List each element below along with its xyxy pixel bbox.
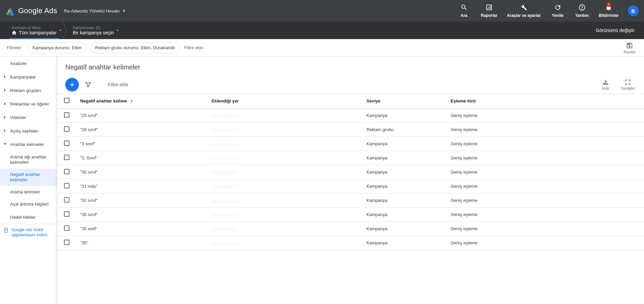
save-button[interactable]: Kaydet bbox=[622, 42, 637, 54]
table-row[interactable]: "3 sınıf"— — — — —KampanyaGeniş eşleme bbox=[57, 136, 644, 151]
row-checkbox[interactable] bbox=[64, 112, 69, 118]
search-icon bbox=[460, 4, 468, 11]
row-checkbox[interactable] bbox=[64, 141, 69, 146]
table-row[interactable]: "29 sınıf"— — — — —Reklam grubuGeniş eşl… bbox=[57, 122, 644, 136]
cell-match-type: Geniş eşleme bbox=[445, 179, 644, 193]
sidebar-subitem[interactable]: Arama ağı anahtar kelimeleri bbox=[0, 151, 57, 169]
select-all-checkbox[interactable] bbox=[64, 98, 69, 103]
cell-match-type: Geniş eşleme bbox=[445, 122, 644, 136]
brand[interactable]: Google Ads bbox=[5, 6, 57, 16]
sidebar-item-label: Reklamlar ve öğeler bbox=[10, 101, 49, 107]
cell-keyword: "29 sınıf" bbox=[75, 122, 206, 136]
sidebar-item[interactable]: Reklamlar ve öğeler bbox=[0, 97, 57, 111]
sidebar-item[interactable]: Kampanyalar bbox=[0, 70, 57, 84]
expand-icon bbox=[624, 79, 631, 86]
cell-added-to: — — — — — bbox=[206, 179, 361, 193]
table-row[interactable]: "32 sınıf"— — — — —KampanyaGeniş eşleme bbox=[57, 193, 644, 207]
sidebar-item-label: Arama ağı anahtar kelimeleri bbox=[10, 154, 54, 165]
help-button[interactable]: Yardım bbox=[575, 4, 589, 18]
sidebar-item[interactable]: Hedef kitleler bbox=[0, 210, 57, 224]
sort-asc-icon bbox=[129, 99, 134, 104]
sidebar-subitem[interactable]: Arama terimleri bbox=[0, 186, 57, 198]
filter-chip[interactable]: Reklam grubu durumu: Etkin, Duraklatıldı bbox=[90, 42, 180, 53]
search-button[interactable]: Ara bbox=[457, 4, 472, 18]
row-checkbox[interactable] bbox=[64, 183, 69, 188]
sidebar-item[interactable]: Videolar bbox=[0, 111, 57, 124]
row-checkbox[interactable] bbox=[64, 211, 69, 217]
col-header-level[interactable]: Seviye bbox=[361, 94, 445, 108]
wrench-icon bbox=[520, 4, 527, 11]
avatar[interactable]: B bbox=[628, 5, 639, 16]
cell-match-type: Geniş eşleme bbox=[445, 136, 644, 151]
notification-badge: ! bbox=[606, 2, 611, 7]
cell-added-to: — — — — — bbox=[206, 193, 361, 207]
table-row[interactable]: "30 sınıf"— — — — —KampanyaGeniş eşleme bbox=[57, 165, 644, 179]
sidebar-item-label: Negatif anahtar kelimeler bbox=[10, 172, 54, 183]
breadcrumb-view[interactable]: Görünüm (2 filtre) Tüm kampanyalar bbox=[7, 22, 61, 39]
cell-added-to: — — — — — bbox=[206, 151, 361, 165]
chevron-right-icon bbox=[3, 116, 7, 119]
cell-added-to: — — — — — bbox=[206, 122, 361, 136]
filter-bar: Filtreler Kampanya durumu: EtkinReklam g… bbox=[0, 39, 644, 57]
download-button[interactable]: İndir bbox=[598, 79, 614, 90]
filter-input-placeholder[interactable]: Filtre ekle bbox=[108, 82, 128, 87]
breadcrumb-bar: Görünüm (2 filtre) Tüm kampanyalar Kampa… bbox=[0, 22, 644, 39]
notifications-button[interactable]: ! Bildirimler bbox=[599, 4, 619, 18]
col-header-added-to[interactable]: Eklendiği yer bbox=[206, 94, 361, 108]
sidebar-item[interactable]: Anahtar kelimeler bbox=[0, 138, 57, 151]
account-name: Ra-Adwords Yönetici Hesabı bbox=[64, 8, 120, 13]
cell-level: Kampanya bbox=[361, 236, 445, 250]
cell-match-type: Geniş eşleme bbox=[445, 165, 644, 179]
sidebar-item[interactable]: Analizler bbox=[0, 57, 57, 70]
table-row[interactable]: "25 sınıf"— — — — —KampanyaGeniş eşleme bbox=[57, 108, 644, 122]
row-checkbox[interactable] bbox=[64, 155, 69, 160]
row-checkbox[interactable] bbox=[64, 126, 69, 132]
cell-added-to: — — — — — bbox=[206, 207, 361, 221]
sidebar-subitem[interactable]: Negatif anahtar kelimeler bbox=[0, 169, 57, 186]
table-row[interactable]: "31 nolu"— — — — —KampanyaGeniş eşleme bbox=[57, 179, 644, 193]
filter-chip[interactable]: Kampanya durumu: Etkin bbox=[27, 42, 87, 53]
reports-button[interactable]: Raporlar bbox=[481, 4, 497, 18]
sidebar-item[interactable]: Reklam grupları bbox=[0, 84, 57, 97]
expand-button[interactable]: Genişlet bbox=[620, 79, 636, 90]
add-keyword-button[interactable] bbox=[65, 78, 79, 91]
col-header-keyword[interactable]: Negatif anahtar kelime bbox=[75, 94, 206, 108]
cell-added-to: — — — — — bbox=[206, 165, 361, 179]
change-view-button[interactable]: Görünümü değiştir bbox=[593, 28, 637, 33]
row-checkbox[interactable] bbox=[64, 240, 69, 245]
row-checkbox[interactable] bbox=[64, 197, 69, 203]
table-row[interactable]: "35 sinif"— — — — —KampanyaGeniş eşleme bbox=[57, 221, 644, 236]
table-row[interactable]: "3. Sınıf"— — — — —KampanyaGeniş eşleme bbox=[57, 151, 644, 165]
breadcrumb-campaign[interactable]: Kampanyalar (2) Bir kampanya seçin bbox=[68, 22, 119, 39]
filter-funnel-button[interactable] bbox=[85, 81, 92, 88]
table-row[interactable]: "35"— — — — —KampanyaGeniş eşleme bbox=[57, 236, 644, 250]
sidebar-item[interactable]: Açılış sayfaları bbox=[0, 124, 57, 138]
sidebar-nav: AnalizlerKampanyalarReklam gruplarıRekla… bbox=[0, 57, 57, 304]
refresh-button[interactable]: Yenile bbox=[550, 4, 565, 18]
brand-name: Google Ads bbox=[18, 6, 57, 15]
account-switcher[interactable]: Ra-Adwords Yönetici Hesabı bbox=[64, 8, 127, 14]
table-toolbar: Filtre ekle İndir Genişlet bbox=[57, 75, 644, 94]
filter-chips: Kampanya durumu: EtkinReklam grubu durum… bbox=[27, 42, 180, 53]
cell-level: Kampanya bbox=[361, 136, 445, 151]
add-filter-link[interactable]: Filtre ekle bbox=[184, 45, 203, 50]
cell-keyword: "35 sınıf" bbox=[75, 207, 206, 221]
cell-level: Kampanya bbox=[361, 193, 445, 207]
row-checkbox[interactable] bbox=[64, 225, 69, 231]
col-header-match-type[interactable]: Eşleme türü bbox=[445, 94, 644, 108]
cell-keyword: "31 nolu" bbox=[75, 179, 206, 193]
row-checkbox[interactable] bbox=[64, 169, 69, 174]
chevron-right-icon bbox=[121, 8, 127, 14]
sidebar-subitem[interactable]: Açık artırma bilgileri bbox=[0, 198, 57, 210]
mobile-app-promo[interactable]: Google Ads mobil uygulamasını indirin bbox=[0, 224, 57, 241]
page-title: Negatif anahtar kelimeler bbox=[57, 57, 644, 75]
table-row[interactable]: "35 sınıf"— — — — —KampanyaGeniş eşleme bbox=[57, 207, 644, 221]
cell-keyword: "32 sınıf" bbox=[75, 193, 206, 207]
cell-keyword: "30 sınıf" bbox=[75, 165, 206, 179]
tools-button[interactable]: Araçlar ve ayarlar bbox=[507, 4, 541, 18]
cell-level: Kampanya bbox=[361, 221, 445, 236]
table-scroll[interactable]: Negatif anahtar kelime Eklendiği yer Sev… bbox=[57, 94, 644, 304]
cell-match-type: Geniş eşleme bbox=[445, 236, 644, 250]
sidebar-item-label: Analizler bbox=[10, 61, 27, 66]
sidebar-item-label: Videolar bbox=[10, 115, 26, 120]
